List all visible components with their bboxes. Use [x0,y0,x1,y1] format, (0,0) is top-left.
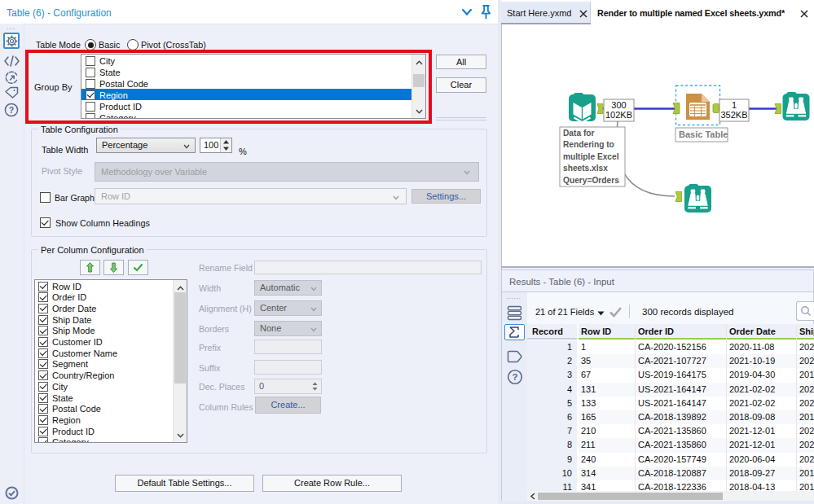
svg-text:Basic Table: Basic Table [679,129,728,139]
svg-text:Data for: Data for [563,129,595,138]
svg-text:352KB: 352KB [720,110,747,120]
svg-text:sheets.xlsx: sheets.xlsx [563,164,608,173]
svg-text:?: ? [512,372,517,382]
svg-text:300: 300 [611,100,626,110]
svg-text:102KB: 102KB [605,110,632,120]
svg-text:Rendering to: Rendering to [563,140,614,149]
svg-text:multiple Excel: multiple Excel [563,152,619,161]
svg-text:Query=Orders: Query=Orders [563,176,619,185]
svg-text:1: 1 [732,100,737,110]
svg-text:?: ? [9,105,14,115]
